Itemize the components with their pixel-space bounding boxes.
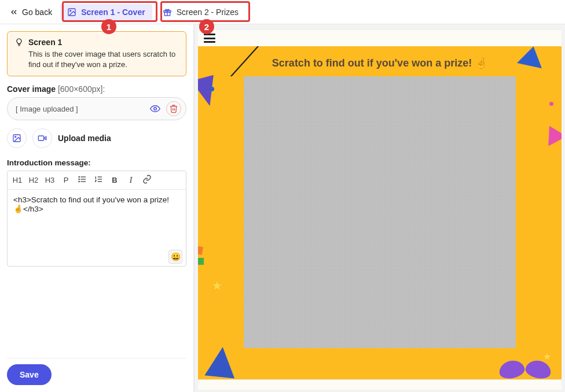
- upload-media-label: Upload media: [58, 134, 111, 143]
- preview-canvas: ★ ★ Scratch to find out if you've won a …: [198, 46, 562, 379]
- fmt-ol[interactable]: [93, 175, 104, 186]
- editor-textarea[interactable]: <h3>Scratch to find out if you've won a …: [8, 190, 186, 247]
- fmt-h1[interactable]: H1: [12, 176, 23, 184]
- image-icon: [67, 8, 76, 17]
- left-panel: Screen 1 This is the cover image that us…: [0, 24, 194, 392]
- preview-image-button[interactable]: [148, 101, 163, 116]
- save-button[interactable]: Save: [7, 364, 52, 385]
- fmt-link[interactable]: [142, 175, 152, 186]
- lightbulb-icon: [14, 38, 24, 47]
- preview-bottom-bar: [198, 379, 562, 390]
- fmt-h3[interactable]: H3: [45, 176, 55, 184]
- intro-editor: H1 H2 H3 P B I <h3>Scratch to find out i…: [7, 171, 186, 267]
- deco-square-orange: [198, 246, 203, 255]
- scratch-area[interactable]: [244, 76, 516, 348]
- go-back-label: Go back: [22, 8, 52, 17]
- fmt-bold[interactable]: B: [109, 176, 120, 184]
- svg-point-7: [15, 136, 16, 138]
- cover-image-dims: [600×600px]:: [58, 84, 105, 94]
- deco-dot-blue: [210, 87, 214, 91]
- intro-message-label: Introduction message:: [7, 158, 186, 167]
- tab-screen2-prizes[interactable]: Screen 2 - Prizes: [156, 4, 245, 20]
- go-back-button[interactable]: Go back: [5, 4, 57, 20]
- delete-image-button[interactable]: [166, 101, 181, 116]
- eye-icon: [150, 103, 160, 114]
- deco-triangle-purple: [198, 75, 221, 109]
- svg-point-1: [70, 10, 71, 11]
- upload-image-button[interactable]: [7, 128, 27, 148]
- svg-point-15: [79, 182, 79, 182]
- emoji-picker-button[interactable]: 😀: [168, 250, 182, 264]
- deco-triangle-pink: [540, 121, 562, 146]
- fmt-h2[interactable]: H2: [28, 176, 39, 184]
- main: Screen 1 This is the cover image that us…: [0, 24, 565, 392]
- annotation-badge-1: 1: [101, 19, 116, 34]
- infobox-desc: This is the cover image that users scrat…: [14, 49, 179, 70]
- cover-image-label-text: Cover image: [7, 84, 56, 94]
- cover-image-uploaded-pill: [ Image uploaded ]: [7, 97, 186, 120]
- fmt-p[interactable]: P: [61, 176, 71, 184]
- upload-media-row: Upload media: [7, 128, 186, 148]
- editor-toolbar: H1 H2 H3 P B I: [8, 171, 186, 190]
- gift-icon: [163, 8, 172, 17]
- preview-topbar: [198, 30, 562, 46]
- deco-mustache: [499, 361, 551, 379]
- infobox: Screen 1 This is the cover image that us…: [7, 31, 186, 76]
- chevrons-left-icon: [9, 8, 19, 17]
- uploaded-text: [ Image uploaded ]: [16, 105, 78, 113]
- tab-screen1-cover[interactable]: Screen 1 - Cover: [60, 4, 152, 20]
- hamburger-icon[interactable]: [204, 34, 215, 43]
- fmt-ul[interactable]: [77, 175, 87, 186]
- list-ol-icon: [94, 175, 103, 184]
- fmt-italic[interactable]: I: [126, 175, 136, 185]
- tab-label: Screen 1 - Cover: [81, 8, 145, 17]
- tab-label: Screen 2 - Prizes: [177, 8, 239, 17]
- svg-point-5: [154, 108, 157, 110]
- link-icon: [142, 175, 152, 184]
- deco-square-green: [198, 258, 204, 265]
- annotation-badge-2: 2: [199, 19, 214, 34]
- list-ul-icon: [78, 175, 87, 184]
- topbar: Go back Screen 1 - Cover Screen 2 - Priz…: [0, 0, 565, 24]
- trash-icon: [169, 104, 178, 113]
- svg-point-13: [79, 177, 79, 177]
- deco-dot-pink: [549, 102, 553, 106]
- svg-point-14: [79, 179, 79, 180]
- image-icon: [12, 134, 21, 143]
- video-icon: [38, 134, 47, 143]
- deco-star: ★: [212, 279, 222, 293]
- cover-image-label: Cover image [600×600px]:: [7, 84, 186, 94]
- upload-video-button[interactable]: [32, 128, 52, 148]
- preview-panel: ★ ★ Scratch to find out if you've won a …: [194, 24, 565, 392]
- infobox-title: Screen 1: [28, 38, 62, 47]
- smile-icon: 😀: [171, 252, 181, 261]
- deco-triangle-blue-2: [204, 345, 237, 378]
- svg-rect-8: [38, 136, 43, 140]
